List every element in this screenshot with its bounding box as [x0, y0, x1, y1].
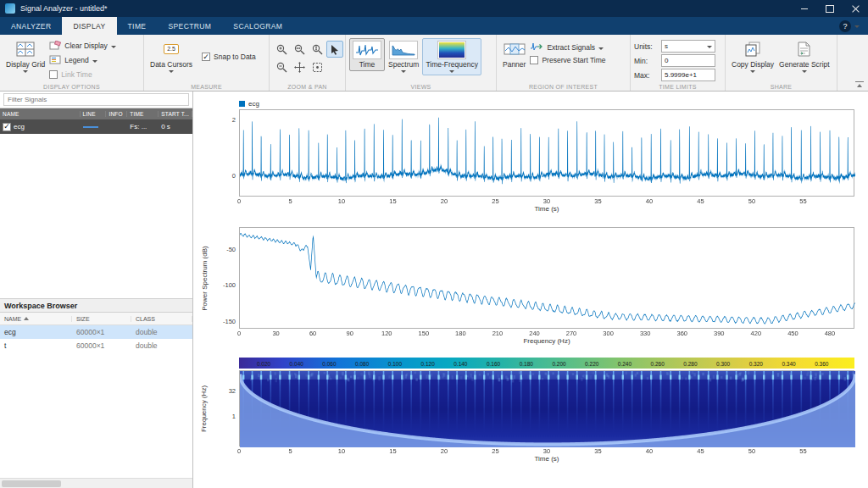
min-time-field[interactable]	[661, 54, 715, 67]
x-tick-label: 45	[697, 447, 704, 455]
sort-ascending-icon	[24, 317, 29, 320]
zoom-out-icon[interactable]	[273, 58, 290, 75]
section-measure: 2.5 Data Cursors Snap to Data MEASURE	[144, 35, 270, 91]
preserve-start-time-toggle[interactable]: Preserve Start Time	[530, 56, 605, 64]
workspace-empty-area	[0, 352, 192, 478]
section-views: Time Spectrum Time-Frequency VIEWS	[346, 35, 497, 91]
data-cursors-button[interactable]: 2.5 Data Cursors	[147, 37, 195, 75]
tab-scalogram[interactable]: SCALOGRAM	[222, 17, 293, 35]
tab-analyzer[interactable]: ANALYZER	[0, 17, 62, 35]
spectrum-plot-panel: Power Spectrum (dB) -50-100-150 03060901…	[197, 227, 866, 347]
x-tick-label: 390	[714, 330, 725, 337]
generate-script-icon	[798, 39, 810, 59]
units-dropdown-icon	[707, 46, 712, 48]
x-tick-label: 10	[338, 197, 345, 205]
colorbar-tick-label: 0.160	[487, 360, 500, 366]
time-plot-xlabel: Time (s)	[239, 205, 854, 215]
tab-spectrum[interactable]: SPECTRUM	[157, 17, 222, 35]
signal-table-header[interactable]: NAME LINE INFO TIME START T...	[0, 108, 192, 119]
snap-to-data-checkbox[interactable]	[202, 53, 210, 61]
max-time-field[interactable]	[661, 69, 715, 81]
spectrum-canvas[interactable]	[240, 228, 855, 330]
legend-dropdown-icon	[92, 60, 97, 63]
zoom-x-icon[interactable]	[291, 41, 308, 58]
zoom-y-icon[interactable]	[309, 41, 326, 58]
x-tick-label: 45	[697, 197, 704, 205]
colorbar-tick-label: 0.200	[552, 360, 565, 366]
clear-display-button[interactable]: Clear Display	[47, 39, 118, 53]
max-label: Max:	[634, 71, 658, 80]
collapse-ribbon-icon[interactable]	[855, 81, 864, 88]
workspace-browser-title: Workspace Browser	[0, 298, 192, 313]
extract-signals-dropdown-icon	[598, 47, 604, 50]
pointer-tool-icon[interactable]	[326, 41, 343, 58]
extract-signals-icon	[530, 42, 543, 53]
scalogram-axes[interactable]: 321	[239, 370, 854, 446]
colorbar-tick-label: 0.180	[520, 360, 533, 366]
panner-button[interactable]: Panner	[500, 37, 528, 70]
spectrum-plot-axes[interactable]: -50-100-150	[239, 227, 854, 329]
colorbar-tick-label: 0.320	[749, 360, 763, 366]
scalogram-canvas[interactable]	[240, 371, 855, 447]
x-tick-label: 30	[272, 330, 279, 337]
x-tick-label: 210	[492, 330, 504, 337]
x-tick-label: 270	[566, 330, 577, 337]
scalogram-ylabel: Frequency (Hz)	[201, 385, 209, 431]
view-time-button[interactable]: Time	[349, 38, 385, 71]
spectrum-view-icon	[389, 41, 418, 59]
fit-view-icon[interactable]	[309, 58, 326, 75]
window-title: Signal Analyzer - untitled*	[20, 4, 108, 13]
x-tick-label: 450	[787, 330, 798, 337]
view-spectrum-button[interactable]: Spectrum	[385, 38, 422, 75]
extract-signals-button[interactable]: Extract Signals	[528, 41, 605, 54]
minimize-button[interactable]	[792, 0, 817, 17]
signal-visibility-checkbox[interactable]	[3, 123, 11, 131]
preserve-start-time-checkbox[interactable]	[530, 56, 538, 64]
time-view-icon	[353, 41, 381, 59]
x-tick-label: 35	[594, 447, 601, 455]
display-grid-button[interactable]: Display Grid	[3, 37, 47, 75]
legend-icon	[49, 55, 61, 66]
colorbar-tick-label: 0.340	[782, 360, 795, 366]
sidebar-horizontal-scrollbar[interactable]	[0, 478, 192, 488]
help-dropdown-icon[interactable]	[854, 25, 860, 28]
units-label: Units:	[634, 42, 658, 51]
view-time-frequency-button[interactable]: Time-Frequency	[422, 38, 481, 75]
units-select[interactable]: s	[661, 40, 715, 53]
x-tick-label: 120	[381, 330, 392, 337]
copy-display-button[interactable]: Copy Display	[729, 37, 776, 75]
spectrum-view-dropdown-icon	[401, 70, 406, 73]
colorbar-tick-label: 0.060	[322, 360, 336, 366]
workspace-row-t[interactable]: t 60000×1 double	[0, 339, 192, 352]
scrollbar-thumb[interactable]	[2, 480, 61, 487]
workspace-row-ecg[interactable]: ecg 60000×1 double	[0, 325, 192, 339]
filter-signals-input[interactable]	[3, 93, 189, 106]
time-plot-axes[interactable]: 20	[239, 109, 854, 197]
generate-script-button[interactable]: Generate Script	[776, 37, 832, 75]
tab-time[interactable]: TIME	[117, 17, 158, 35]
x-tick-label: 0	[237, 447, 241, 455]
x-tick-label: 90	[347, 330, 353, 337]
workspace-table-header[interactable]: NAME SIZE CLASS	[0, 313, 192, 325]
signal-row-ecg[interactable]: ecg Fs: ... 0 s	[0, 119, 192, 134]
title-bar: Signal Analyzer - untitled*	[0, 0, 868, 17]
display-area: ecg 20 0510152025303540455055 Time (s) P…	[193, 92, 868, 488]
tab-display[interactable]: DISPLAY	[62, 17, 116, 35]
close-button[interactable]	[843, 0, 868, 17]
x-tick-label: 55	[799, 197, 806, 205]
help-icon[interactable]: ?	[839, 20, 851, 32]
x-tick-label: 20	[441, 447, 448, 455]
y-tick-label: 2	[232, 116, 236, 124]
link-time-button: Link Time	[47, 68, 118, 81]
legend-button[interactable]: Legend	[47, 53, 118, 67]
snap-to-data-toggle[interactable]: Snap to Data	[202, 53, 256, 61]
section-share: Copy Display Generate Script SHARE	[726, 35, 837, 91]
x-tick-label: 360	[676, 330, 687, 337]
x-tick-label: 300	[603, 330, 614, 337]
maximize-button[interactable]	[817, 0, 843, 17]
spectrum-ylabel: Power Spectrum (dB)	[201, 246, 209, 310]
colorbar-tick-label: 0.140	[453, 360, 467, 366]
pan-icon[interactable]	[291, 58, 308, 75]
zoom-in-icon[interactable]	[273, 41, 290, 58]
ecg-canvas[interactable]	[240, 110, 855, 197]
